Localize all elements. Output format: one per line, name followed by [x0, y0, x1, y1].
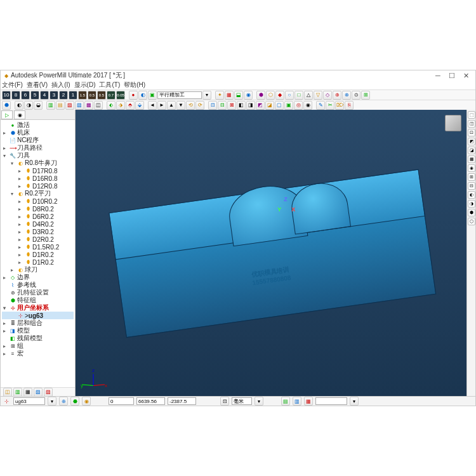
maximize-button[interactable]: ☐ [445, 71, 459, 80]
sidetab-tree[interactable]: ▷ [1, 110, 13, 119]
tool-btn[interactable]: ✦ [215, 91, 224, 100]
tool-btn[interactable]: ◐ [138, 91, 147, 100]
tool-btn[interactable]: ● [129, 91, 138, 100]
tree-node-group[interactable]: ▸⊞组 [2, 342, 74, 350]
view-btn[interactable]: ◑ [468, 200, 475, 208]
side-btn[interactable]: ▨ [44, 388, 53, 397]
tool-btn[interactable]: ▲ [167, 101, 176, 110]
tool-btn[interactable]: ◇ [323, 91, 332, 100]
status-input[interactable] [315, 397, 347, 405]
menu-display[interactable]: 显示(D) [74, 81, 96, 89]
tool-btn[interactable]: 2 [59, 91, 68, 100]
tool-btn[interactable]: ◉ [244, 91, 253, 100]
tree-node-macro[interactable]: ▸≡宏 [2, 350, 74, 357]
side-btn[interactable]: ▥ [13, 388, 22, 397]
tree-tool-item[interactable]: ▸⬮D8R0.2 [2, 205, 74, 213]
dropdown-icon[interactable]: ▾ [48, 397, 56, 406]
tree-tool-item[interactable]: ▸⬮D1R0.2 [2, 251, 74, 258]
tree-group-r02[interactable]: ▾◐R0.2平刀 [2, 190, 74, 197]
tool-btn[interactable]: ⬖ [107, 101, 116, 110]
tree-node-featureset[interactable]: ⊚孔特征设置 [2, 289, 74, 296]
tool-btn[interactable]: ⟳ [195, 101, 204, 110]
tool-btn[interactable]: 0.5 [88, 91, 96, 100]
status-btn[interactable]: ⬣ [70, 397, 79, 406]
tool-btn[interactable]: ◨ [246, 101, 255, 110]
tree-group-ball[interactable]: ▸◐球刀 [2, 266, 74, 274]
tool-btn[interactable]: ⊠ [227, 101, 236, 110]
tool-btn[interactable]: 4 [40, 91, 49, 100]
tool-btn[interactable]: ⬣ [2, 101, 11, 110]
strategy-select[interactable] [157, 91, 202, 99]
tree-node-layer[interactable]: ▸≣层和组合 [2, 319, 74, 327]
status-btn[interactable]: ▤ [281, 397, 290, 406]
menu-tools[interactable]: 工具(T) [99, 81, 120, 89]
tool-btn[interactable]: ▤ [56, 101, 65, 110]
coord-x[interactable] [109, 397, 134, 405]
tool-btn[interactable]: 1 [69, 91, 77, 100]
coord-z[interactable] [168, 397, 196, 405]
tool-btn[interactable]: ◄ [148, 101, 157, 110]
tool-btn[interactable]: ⊕ [333, 91, 341, 100]
tool-btn[interactable]: ◫ [94, 101, 103, 110]
tool-btn[interactable]: ▽ [314, 91, 322, 100]
tool-btn[interactable]: ◑ [24, 101, 33, 110]
tool-btn[interactable]: ◆ [275, 91, 284, 100]
status-btn[interactable]: ⊕ [59, 397, 68, 406]
tool-btn[interactable]: ▧ [65, 101, 74, 110]
tool-btn[interactable]: ◩ [256, 101, 265, 110]
tool-btn[interactable]: ⬘ [126, 101, 135, 110]
tool-btn[interactable]: ⎘ [345, 101, 354, 110]
tool-btn[interactable]: △ [304, 91, 313, 100]
tool-btn[interactable]: ⟲ [186, 101, 195, 110]
tool-btn[interactable]: ▩ [84, 101, 93, 110]
ucs-field[interactable] [13, 397, 45, 405]
tool-btn[interactable]: ⊞ [361, 91, 370, 100]
view-btn[interactable]: ◫ [468, 120, 475, 128]
status-btn[interactable]: ◉ [82, 397, 91, 406]
menu-help[interactable]: 帮助(H) [124, 81, 145, 89]
tool-btn[interactable]: ◒ [34, 101, 43, 110]
tool-btn[interactable]: 5 [30, 91, 39, 100]
tool-btn[interactable]: 3 [50, 91, 58, 100]
tool-btn[interactable]: ◧ [237, 101, 246, 110]
tool-btn[interactable]: ⬙ [135, 101, 144, 110]
tree-tool-item[interactable]: ▸⬮D16R0.8 [2, 175, 74, 182]
tool-btn[interactable]: ○ [285, 91, 294, 100]
tool-btn[interactable]: ⊟ [218, 101, 227, 110]
tree-tool-item[interactable]: ▸⬮D1.5R0.2 [2, 243, 74, 251]
tree-node-boundary[interactable]: ▸◇边界 [2, 274, 74, 281]
side-btn[interactable]: ◫ [3, 388, 12, 397]
tree-tool-item[interactable]: ▸⬮D4R0.2 [2, 220, 74, 228]
menu-insert[interactable]: 插入(I) [51, 81, 70, 89]
tool-btn[interactable]: 0.5 [97, 91, 106, 100]
tree-node-active[interactable]: ●激活 [2, 121, 74, 129]
sidetab-2[interactable]: ◉ [14, 110, 25, 119]
tree-tool-item[interactable]: ▸⬮D6R0.2 [2, 213, 74, 220]
view-btn[interactable]: ⬢ [468, 209, 475, 216]
view-btn[interactable]: ⊟ [468, 182, 475, 190]
status-btn[interactable]: ⊡ [220, 397, 229, 406]
status-btn[interactable]: ▥ [293, 397, 301, 406]
view-btn[interactable]: ⬚ [468, 111, 475, 119]
tool-btn[interactable]: ◉ [303, 101, 312, 110]
tool-btn[interactable]: ⊙ [352, 91, 360, 100]
close-button[interactable]: ✕ [459, 71, 473, 80]
side-btn[interactable]: ▦ [23, 388, 32, 397]
tool-btn[interactable]: 6 [21, 91, 30, 100]
view-btn[interactable]: ⊞ [468, 173, 475, 181]
tool-btn[interactable]: ▣ [148, 91, 157, 100]
minimize-button[interactable]: ─ [431, 71, 445, 80]
tool-btn[interactable]: ▨ [75, 101, 84, 110]
view-btn[interactable]: ⊡ [468, 129, 475, 136]
tool-btn[interactable]: 10 [2, 91, 11, 100]
view-btn[interactable]: ◩ [468, 138, 475, 145]
tool-btn[interactable]: ◐ [15, 101, 23, 110]
view-btn[interactable]: ⬡ [468, 218, 475, 225]
tool-btn[interactable]: ▣ [284, 101, 293, 110]
view-btn[interactable]: ◉ [468, 164, 475, 172]
tool-btn[interactable]: 0.05 [116, 91, 125, 100]
tree-tool-item[interactable]: ▸⬮D3R0.2 [2, 228, 74, 235]
tree-tool-item[interactable]: ▸⬮D2R0.2 [2, 235, 74, 243]
tool-btn[interactable]: ⌦ [335, 101, 344, 110]
side-btn[interactable]: ▧ [34, 388, 43, 397]
